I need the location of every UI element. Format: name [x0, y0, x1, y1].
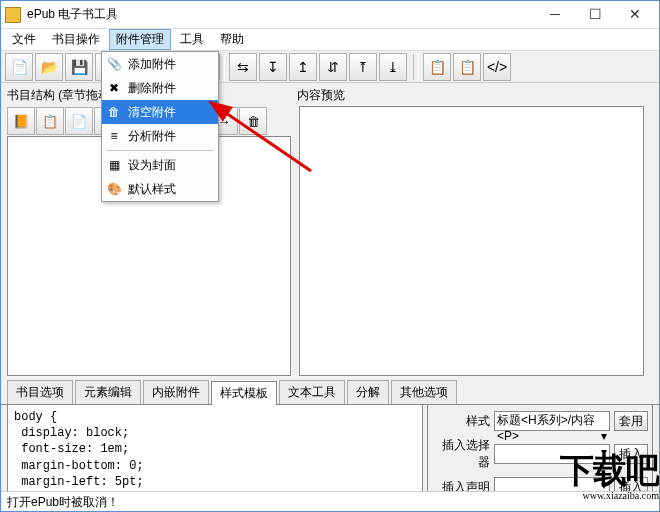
tab-1[interactable]: 元素编辑: [75, 380, 141, 404]
toolbar-btn-15[interactable]: 📋: [423, 53, 451, 81]
menu-item-1[interactable]: ✖删除附件: [102, 76, 218, 100]
menu-icon: ▦: [106, 157, 122, 173]
toolbar-btn-10[interactable]: ↥: [289, 53, 317, 81]
toolbar-btn-12[interactable]: ⤒: [349, 53, 377, 81]
menu-icon: 🗑: [106, 104, 122, 120]
toolbar-btn-8[interactable]: ⇆: [229, 53, 257, 81]
maximize-button[interactable]: ☐: [575, 5, 615, 25]
menu-item-0[interactable]: 📎添加附件: [102, 52, 218, 76]
style-label: 样式: [432, 413, 490, 430]
bottom-tabs: 书目选项元素编辑内嵌附件样式模板文本工具分解其他选项: [1, 378, 659, 405]
menu-label: 设为封面: [128, 157, 176, 174]
menu-label: 默认样式: [128, 181, 176, 198]
menu-item-6[interactable]: 🎨默认样式: [102, 177, 218, 201]
tab-2[interactable]: 内嵌附件: [143, 380, 209, 404]
menu-item-3[interactable]: ≡分析附件: [102, 124, 218, 148]
preview-label: 内容预览: [297, 87, 653, 104]
watermark: 下载吧 www.xiazaiba.com: [560, 448, 659, 501]
style-select[interactable]: 标题<H系列>/内容<P> ▾: [494, 411, 610, 431]
attachment-menu: 📎添加附件✖删除附件🗑清空附件≡分析附件▦设为封面🎨默认样式: [101, 51, 219, 202]
toolbar-btn-9[interactable]: ↧: [259, 53, 287, 81]
window-title: ePub 电子书工具: [27, 6, 535, 23]
menu-3[interactable]: 工具: [173, 29, 211, 50]
toolbar-btn-11[interactable]: ⇵: [319, 53, 347, 81]
tab-4[interactable]: 文本工具: [279, 380, 345, 404]
toolbar-sep: [219, 54, 225, 80]
toolbar-btn-16[interactable]: 📋: [453, 53, 481, 81]
menu-label: 删除附件: [128, 80, 176, 97]
menu-4[interactable]: 帮助: [213, 29, 251, 50]
toolbar-btn-1[interactable]: 📂: [35, 53, 63, 81]
titlebar: ePub 电子书工具 ─ ☐ ✕: [1, 1, 659, 29]
menu-2[interactable]: 附件管理: [109, 29, 171, 50]
menu-icon: 📎: [106, 56, 122, 72]
menu-label: 分析附件: [128, 128, 176, 145]
preview-view[interactable]: [299, 106, 644, 376]
menu-label: 添加附件: [128, 56, 176, 73]
minimize-button[interactable]: ─: [535, 5, 575, 25]
menu-sep: [106, 150, 214, 151]
menu-icon: 🎨: [106, 181, 122, 197]
tab-5[interactable]: 分解: [347, 380, 389, 404]
close-button[interactable]: ✕: [615, 5, 655, 25]
menu-icon: ✖: [106, 80, 122, 96]
apply-button[interactable]: 套用: [614, 411, 648, 431]
tree-btn-8[interactable]: 🗑: [239, 107, 267, 135]
tab-6[interactable]: 其他选项: [391, 380, 457, 404]
tab-3[interactable]: 样式模板: [211, 381, 277, 405]
menubar: 文件书目操作附件管理工具帮助: [1, 29, 659, 51]
main-toolbar: 📄📂💾📎🖼📝≡⇆↧↥⇵⤒⤓📋📋</>: [1, 51, 659, 83]
menu-item-2[interactable]: 🗑清空附件: [102, 100, 218, 124]
toolbar-sep: [413, 54, 419, 80]
style-code[interactable]: body { display: block; font-size: 1em; m…: [7, 405, 423, 501]
menu-item-5[interactable]: ▦设为封面: [102, 153, 218, 177]
app-icon: [5, 7, 21, 23]
tab-0[interactable]: 书目选项: [7, 380, 73, 404]
menu-icon: ≡: [106, 128, 122, 144]
toolbar-btn-13[interactable]: ⤓: [379, 53, 407, 81]
toolbar-btn-17[interactable]: </>: [483, 53, 511, 81]
tree-btn-1[interactable]: 📋: [36, 107, 64, 135]
menu-0[interactable]: 文件: [5, 29, 43, 50]
toolbar-btn-2[interactable]: 💾: [65, 53, 93, 81]
menu-1[interactable]: 书目操作: [45, 29, 107, 50]
toolbar-btn-0[interactable]: 📄: [5, 53, 33, 81]
tree-btn-2[interactable]: 📄: [65, 107, 93, 135]
tree-btn-0[interactable]: 📙: [7, 107, 35, 135]
selector-label: 插入选择器: [432, 437, 490, 471]
menu-label: 清空附件: [128, 104, 176, 121]
